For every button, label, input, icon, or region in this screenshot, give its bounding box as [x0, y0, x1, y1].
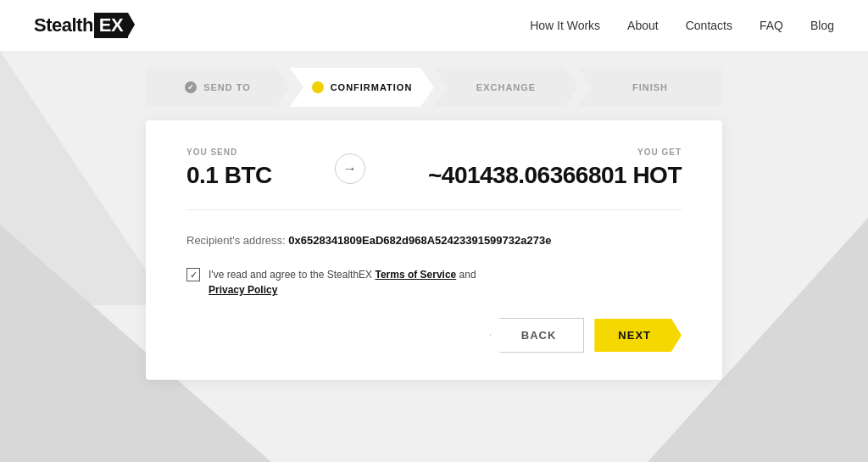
nav-how-it-works[interactable]: How It Works	[530, 19, 600, 32]
button-row: BACK NEXT	[186, 318, 682, 353]
exchange-row: YOU SEND 0.1 BTC → YOU GET ~401438.06366…	[186, 148, 682, 210]
address-row: Recipient's address: 0x6528341809EaD682d…	[186, 234, 682, 247]
get-amount: ~401438.06366801 HOT	[428, 162, 682, 189]
main-nav: How It Works About Contacts FAQ Blog	[530, 19, 834, 32]
header: Stealth EX How It Works About Contacts F…	[0, 0, 868, 51]
agreement-and: and	[456, 269, 476, 281]
step-confirmation: CONFIRMATION	[290, 68, 434, 107]
send-label: YOU SEND	[186, 148, 237, 157]
step-exchange: EXCHANGE	[434, 68, 578, 107]
logo-stealth: Stealth	[34, 14, 93, 36]
next-button[interactable]: NEXT	[594, 319, 682, 352]
exchange-arrow: →	[335, 153, 365, 184]
send-amount: 0.1 BTC	[186, 162, 272, 189]
get-label: YOU GET	[637, 148, 682, 157]
terms-of-service-link[interactable]: Terms of Service	[375, 269, 456, 281]
step-send-to-label: SEND TO	[203, 82, 251, 92]
step-send-to-dot: ✓	[185, 81, 197, 93]
nav-about[interactable]: About	[627, 19, 659, 32]
back-button[interactable]: BACK	[490, 318, 585, 353]
send-side: YOU SEND 0.1 BTC	[186, 148, 272, 189]
logo-ex: EX	[94, 13, 128, 38]
privacy-policy-link[interactable]: Privacy Policy	[209, 284, 277, 296]
step-confirmation-dot	[312, 81, 324, 93]
nav-contacts[interactable]: Contacts	[686, 19, 732, 32]
agreement-prefix: I've read and agree to the StealthEX	[209, 269, 375, 281]
step-confirmation-label: CONFIRMATION	[331, 82, 413, 92]
step-exchange-label: EXCHANGE	[476, 82, 536, 92]
address-value: 0x6528341809EaD682d968A52423391599732a27…	[288, 234, 551, 247]
arrow-icon: →	[343, 161, 357, 176]
nav-blog[interactable]: Blog	[810, 19, 834, 32]
step-finish: FINISH	[578, 68, 722, 107]
nav-faq[interactable]: FAQ	[760, 19, 783, 32]
agreement-text: I've read and agree to the StealthEX Ter…	[209, 267, 476, 298]
main-content: ✓ SEND TO CONFIRMATION EXCHANGE FINISH Y…	[0, 51, 868, 380]
step-finish-label: FINISH	[632, 82, 668, 92]
step-send-to: ✓ SEND TO	[146, 68, 290, 107]
confirmation-card: YOU SEND 0.1 BTC → YOU GET ~401438.06366…	[146, 120, 722, 380]
agreement-row: I've read and agree to the StealthEX Ter…	[186, 267, 682, 298]
agreement-checkbox[interactable]	[186, 268, 200, 281]
address-label: Recipient's address:	[186, 234, 286, 247]
steps-bar: ✓ SEND TO CONFIRMATION EXCHANGE FINISH	[146, 68, 722, 107]
logo: Stealth EX	[34, 13, 128, 38]
get-side: YOU GET ~401438.06366801 HOT	[428, 148, 682, 189]
